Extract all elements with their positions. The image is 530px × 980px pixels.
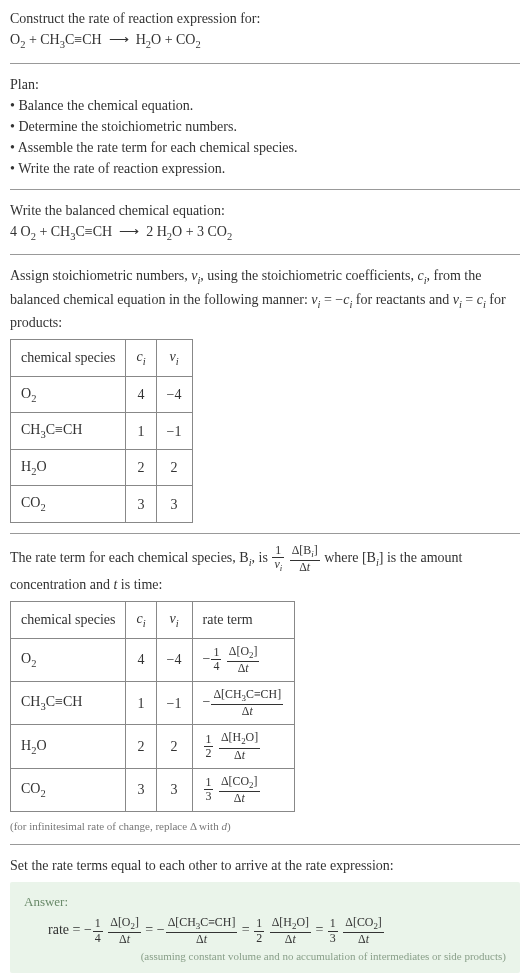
plan-heading: Plan: — [10, 74, 520, 95]
balanced-heading: Write the balanced chemical equation: — [10, 200, 520, 221]
cell-vi: −4 — [156, 638, 192, 681]
cell-ci: 3 — [126, 486, 156, 523]
cell-species: CH3C≡CH — [11, 682, 126, 725]
cell-ci: 2 — [126, 449, 156, 486]
cell-vi: 3 — [156, 486, 192, 523]
cell-vi: −4 — [156, 376, 192, 413]
cell-ci: 1 — [126, 682, 156, 725]
frac-num: Δ[Bi] — [290, 544, 320, 561]
balanced-equation: 4 O2 + CH3C≡CH ⟶ 2 H2O + 3 CO2 — [10, 221, 520, 245]
divider — [10, 63, 520, 64]
rateterm-frac1: 1νi — [272, 544, 284, 574]
divider — [10, 189, 520, 190]
col-vi: νi — [156, 340, 192, 377]
cell-rate: 12 Δ[H2O]Δt — [192, 725, 295, 768]
cell-ci: 2 — [126, 725, 156, 768]
stoich-section: Assign stoichiometric numbers, νi, using… — [10, 265, 520, 523]
cell-species: CO2 — [11, 486, 126, 523]
stoich-text: Assign stoichiometric numbers, νi, using… — [10, 265, 520, 333]
cell-rate: 13 Δ[CO2]Δt — [192, 768, 295, 811]
col-vi: νi — [156, 602, 192, 639]
plan-item: • Determine the stoichiometric numbers. — [10, 116, 520, 137]
col-ci: ci — [126, 602, 156, 639]
divider — [10, 844, 520, 845]
col-rate: rate term — [192, 602, 295, 639]
plan-item-text: Balance the chemical equation. — [18, 98, 193, 113]
col-species: chemical species — [11, 602, 126, 639]
table-row: CH3C≡CH 1 −1 — [11, 413, 193, 450]
table-header-row: chemical species ci νi — [11, 340, 193, 377]
cell-species: H2O — [11, 449, 126, 486]
intro-section: Construct the rate of reaction expressio… — [10, 8, 520, 53]
cell-ci: 3 — [126, 768, 156, 811]
frac-num: 1 — [272, 544, 284, 558]
cell-vi: 2 — [156, 725, 192, 768]
cell-species: O2 — [11, 638, 126, 681]
stoich-table: chemical species ci νi O2 4 −4 CH3C≡CH 1… — [10, 339, 193, 523]
cell-vi: −1 — [156, 413, 192, 450]
plan-item: • Balance the chemical equation. — [10, 95, 520, 116]
frac-den: νi — [272, 558, 284, 574]
rateterm-frac2: Δ[Bi]Δt — [290, 544, 320, 574]
plan-item: • Write the rate of reaction expression. — [10, 158, 520, 179]
cell-species: CO2 — [11, 768, 126, 811]
table-row: CO2 3 3 — [11, 486, 193, 523]
cell-vi: −1 — [156, 682, 192, 725]
rateterm-note: (for infinitesimal rate of change, repla… — [10, 818, 520, 835]
plan-item-text: Assemble the rate term for each chemical… — [18, 140, 298, 155]
divider — [10, 254, 520, 255]
table-header-row: chemical species ci νi rate term — [11, 602, 295, 639]
intro-equation: O2 + CH3C≡CH ⟶ H2O + CO2 — [10, 29, 520, 53]
answer-box: Answer: rate = −14 Δ[O2]Δt = −Δ[CH3C≡CH]… — [10, 882, 520, 972]
rateterm-text-mid: , is — [252, 550, 272, 565]
cell-ci: 1 — [126, 413, 156, 450]
plan-item: • Assemble the rate term for each chemic… — [10, 137, 520, 158]
cell-ci: 4 — [126, 638, 156, 681]
final-section: Set the rate terms equal to each other t… — [10, 855, 520, 972]
col-ci: ci — [126, 340, 156, 377]
answer-rate: rate = −14 Δ[O2]Δt = −Δ[CH3C≡CH]Δt = 12 … — [24, 916, 506, 946]
plan-item-text: Determine the stoichiometric numbers. — [18, 119, 237, 134]
cell-vi: 3 — [156, 768, 192, 811]
frac-den: Δt — [290, 561, 320, 574]
rateterm-table: chemical species ci νi rate term O2 4 −4… — [10, 601, 295, 812]
answer-label: Answer: — [24, 892, 506, 912]
rateterm-text-pre: The rate term for each chemical species,… — [10, 550, 249, 565]
plan-section: Plan: • Balance the chemical equation. •… — [10, 74, 520, 179]
balanced-section: Write the balanced chemical equation: 4 … — [10, 200, 520, 245]
cell-ci: 4 — [126, 376, 156, 413]
answer-assumption: (assuming constant volume and no accumul… — [24, 948, 506, 965]
rateterm-text: The rate term for each chemical species,… — [10, 544, 520, 595]
cell-vi: 2 — [156, 449, 192, 486]
plan-item-text: Write the rate of reaction expression. — [18, 161, 225, 176]
cell-rate: −Δ[CH3C≡CH]Δt — [192, 682, 295, 725]
divider — [10, 533, 520, 534]
table-row: H2O 2 2 — [11, 449, 193, 486]
final-heading: Set the rate terms equal to each other t… — [10, 855, 520, 876]
intro-prompt: Construct the rate of reaction expressio… — [10, 8, 520, 29]
col-species: chemical species — [11, 340, 126, 377]
cell-rate: −14 Δ[O2]Δt — [192, 638, 295, 681]
cell-species: H2O — [11, 725, 126, 768]
cell-species: O2 — [11, 376, 126, 413]
table-row: CH3C≡CH 1 −1 −Δ[CH3C≡CH]Δt — [11, 682, 295, 725]
cell-species: CH3C≡CH — [11, 413, 126, 450]
rateterm-section: The rate term for each chemical species,… — [10, 544, 520, 834]
table-row: O2 4 −4 −14 Δ[O2]Δt — [11, 638, 295, 681]
table-row: CO2 3 3 13 Δ[CO2]Δt — [11, 768, 295, 811]
table-row: O2 4 −4 — [11, 376, 193, 413]
table-row: H2O 2 2 12 Δ[H2O]Δt — [11, 725, 295, 768]
